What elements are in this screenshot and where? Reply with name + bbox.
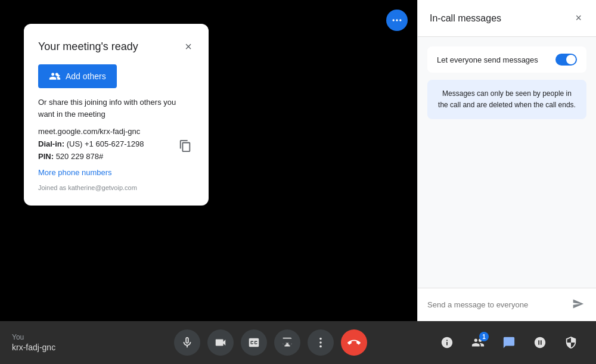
right-panel: In-call messages × Let everyone send mes… — [417, 0, 596, 321]
toggle-row: Let everyone send messages — [427, 46, 586, 73]
bottom-bar: You krx-fadj-gnc — [0, 321, 596, 364]
card-close-button[interactable]: × — [182, 38, 194, 55]
svg-point-4 — [319, 341, 322, 344]
svg-point-0 — [393, 19, 395, 21]
info-box-text: Messages can only be seen by people in t… — [437, 88, 577, 111]
safety-button[interactable] — [558, 329, 584, 356]
message-input[interactable] — [427, 300, 565, 309]
copy-button[interactable] — [176, 137, 194, 157]
camera-button[interactable] — [207, 329, 234, 356]
info-box: Messages can only be seen by people in t… — [427, 80, 586, 119]
people-badge: 1 — [479, 332, 489, 341]
more-numbers-link[interactable]: More phone numbers — [38, 168, 194, 177]
bottom-left: You krx-fadj-gnc — [12, 333, 107, 352]
captions-button[interactable] — [241, 329, 267, 356]
activities-button[interactable] — [527, 329, 553, 356]
controls-center — [174, 329, 367, 356]
joined-as-text: Joined as katherine@getvoip.com — [38, 184, 194, 191]
present-button[interactable] — [274, 329, 300, 356]
panel-title: In-call messages — [430, 13, 501, 24]
send-button[interactable] — [570, 295, 586, 314]
svg-point-5 — [319, 346, 322, 348]
panel-body: Let everyone send messages Messages can … — [418, 37, 596, 288]
video-area: Your meeting's ready × Add others Or sha… — [0, 0, 417, 321]
add-others-button[interactable]: Add others — [38, 64, 117, 88]
meeting-card: Your meeting's ready × Add others Or sha… — [24, 24, 209, 206]
svg-point-2 — [399, 19, 401, 21]
info-button[interactable] — [434, 329, 460, 356]
message-input-area — [418, 288, 596, 321]
svg-point-3 — [319, 338, 322, 340]
you-label: You — [12, 333, 107, 341]
end-call-button[interactable] — [341, 329, 367, 356]
chat-button[interactable] — [496, 329, 522, 356]
panel-close-button[interactable]: × — [573, 10, 584, 27]
people-button[interactable]: 1 — [465, 329, 491, 356]
add-others-label: Add others — [66, 71, 106, 81]
mic-button[interactable] — [174, 329, 200, 356]
let-everyone-toggle[interactable] — [555, 54, 577, 66]
card-title: Your meeting's ready — [38, 41, 138, 53]
toggle-label: Let everyone send messages — [437, 55, 538, 64]
meeting-link: meet.google.com/krx-fadj-gnc — [38, 127, 194, 136]
share-text: Or share this joining info with others y… — [38, 97, 194, 120]
meeting-id: krx-fadj-gnc — [12, 343, 107, 352]
more-ctrl-button[interactable] — [308, 329, 334, 356]
more-options-button[interactable] — [386, 10, 408, 31]
svg-point-1 — [396, 19, 398, 21]
controls-right: 1 — [434, 329, 584, 356]
dial-info-text: Dial-in: (US) +1 605-627-1298 PIN: 520 2… — [38, 138, 144, 163]
